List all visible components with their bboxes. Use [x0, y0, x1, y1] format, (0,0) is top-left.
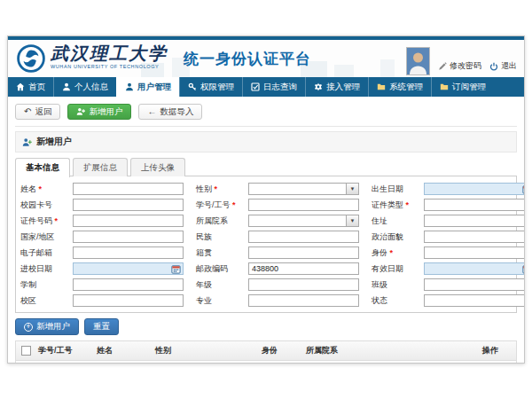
nav-item-log-query[interactable]: 日志查询 [242, 77, 305, 97]
app-window: 武汉理工大学 WUHAN UNIVERSITY OF TECHNOLOGY 统一… [7, 35, 525, 364]
identity-input[interactable] [424, 246, 525, 259]
folder-icon [377, 82, 386, 91]
field-address: 住址 [372, 215, 525, 227]
field-gender: 性别 ▼ [196, 183, 359, 195]
gear-icon [314, 82, 323, 91]
tab-extended-info[interactable]: 扩展信息 [73, 158, 128, 176]
field-department: 所属院系 ▼ [196, 215, 359, 227]
nav-label: 接入管理 [326, 82, 360, 93]
column-student-id: 学号/工号 [38, 345, 97, 356]
calendar-icon [171, 264, 181, 274]
birth-date-input[interactable] [424, 183, 525, 195]
entry-date-input[interactable] [73, 262, 184, 275]
campus-card-input[interactable] [73, 199, 184, 211]
campus-input[interactable] [73, 294, 184, 307]
power-icon [489, 62, 498, 71]
calendar-icon [522, 184, 525, 194]
field-label: 国家/地区 [20, 231, 69, 243]
chevron-down-icon: ▼ [346, 215, 358, 226]
add-user-section-icon [22, 137, 32, 147]
nav-item-access-management[interactable]: 接入管理 [305, 77, 368, 97]
user-table: 学号/工号 姓名 性别 身份 所属院系 操作 [15, 340, 517, 364]
field-label: 所属院系 [196, 215, 245, 227]
column-identity: 身份 [262, 345, 306, 356]
log-check-icon [251, 82, 260, 91]
tab-basic-info[interactable]: 基本信息 [15, 158, 70, 177]
field-label: 籍贯 [196, 247, 245, 259]
nav-item-permission-management[interactable]: 权限管理 [179, 77, 242, 97]
field-label: 证件号码 [20, 215, 69, 227]
id-number-input[interactable] [73, 215, 184, 227]
nav-item-user-management[interactable]: 用户管理 [116, 77, 179, 97]
back-button[interactable]: ↶ 返回 [15, 104, 60, 120]
select-all-checkbox[interactable] [21, 346, 31, 356]
field-schooling-length: 学制 [20, 278, 184, 291]
field-label: 班级 [372, 279, 420, 291]
tab-upload-avatar[interactable]: 上传头像 [130, 158, 185, 176]
student-id-input[interactable] [248, 199, 359, 211]
add-user-toolbar-button[interactable]: 新增用户 [67, 104, 131, 120]
main-nav: 首页 个人信息 用户管理 权限管理 日志查询 接入管理 系统管理 订阅管理 [8, 77, 524, 97]
nav-label: 权限管理 [200, 82, 234, 93]
field-identity: 身份 [372, 246, 525, 259]
nav-label: 个人信息 [74, 82, 108, 93]
native-place-input[interactable] [248, 246, 359, 259]
nav-label: 系统管理 [389, 82, 423, 93]
field-entry-date: 进校日期 [20, 262, 184, 275]
field-label: 姓名 [20, 184, 69, 195]
address-input[interactable] [424, 215, 525, 227]
postal-code-input[interactable] [248, 262, 359, 275]
political-status-input[interactable] [424, 231, 525, 243]
column-gender: 性别 [155, 345, 262, 356]
nav-item-personal-info[interactable]: 个人信息 [53, 77, 116, 97]
nav-label: 日志查询 [263, 82, 297, 93]
valid-date-input[interactable] [424, 262, 525, 275]
reset-label: 重置 [93, 322, 110, 331]
user-box: 修改密码 退出 [406, 47, 517, 75]
country-region-input[interactable] [73, 231, 184, 243]
nav-item-home[interactable]: 首页 [8, 77, 53, 97]
university-name-cn: 武汉理工大学 [51, 44, 168, 62]
section-header: 新增用户 [15, 131, 517, 153]
submit-add-user-button[interactable]: + 新增用户 [15, 318, 79, 334]
ethnicity-input[interactable] [248, 231, 359, 243]
field-birth-date: 出生日期 [372, 183, 525, 195]
field-label: 进校日期 [20, 263, 69, 275]
schooling-length-input[interactable] [73, 278, 184, 291]
status-input[interactable] [424, 294, 525, 307]
content-area: ↶ 返回 新增用户 ← 数据导入 新增用户 基本信息 扩展信息 上传头像 [8, 97, 524, 364]
column-department: 所属院系 [306, 345, 482, 356]
chevron-down-icon: ▼ [346, 184, 358, 194]
major-input[interactable] [248, 294, 359, 307]
nav-item-system-management[interactable]: 系统管理 [368, 77, 431, 97]
nav-item-subscription-management[interactable]: 订阅管理 [431, 77, 494, 97]
gender-select[interactable]: ▼ [248, 183, 359, 195]
nav-label: 首页 [28, 82, 45, 93]
section-title: 新增用户 [36, 136, 72, 148]
department-select[interactable]: ▼ [248, 215, 359, 227]
field-valid-date: 有效日期 [372, 262, 525, 275]
user-form: 姓名 性别 ▼ 出生日期 校园卡号 学号/工号 [20, 183, 512, 307]
name-input[interactable] [73, 183, 184, 195]
field-label: 年级 [196, 279, 245, 291]
logout-link[interactable]: 退出 [489, 60, 517, 75]
field-grade: 年级 [196, 278, 359, 291]
university-name-en: WUHAN UNIVERSITY OF TECHNOLOGY [51, 65, 168, 70]
left-arrow-icon: ← [147, 107, 156, 116]
grade-input[interactable] [248, 278, 359, 291]
id-type-input[interactable] [424, 199, 525, 211]
field-native-place: 籍贯 [196, 246, 359, 259]
class-input[interactable] [424, 278, 525, 291]
avatar [406, 47, 430, 75]
email-input[interactable] [73, 246, 184, 259]
field-label: 电子邮箱 [20, 247, 69, 259]
field-political-status: 政治面貌 [372, 231, 525, 243]
folder-icon [440, 82, 449, 91]
tab-bar: 基本信息 扩展信息 上传头像 [15, 158, 517, 176]
field-label: 证件类型 [372, 200, 420, 211]
reset-button[interactable]: 重置 [84, 318, 119, 334]
field-student-id: 学号/工号 [196, 199, 359, 211]
data-import-button[interactable]: ← 数据导入 [138, 104, 202, 120]
data-import-label: 数据导入 [160, 107, 193, 116]
change-password-link[interactable]: 修改密码 [438, 60, 481, 75]
